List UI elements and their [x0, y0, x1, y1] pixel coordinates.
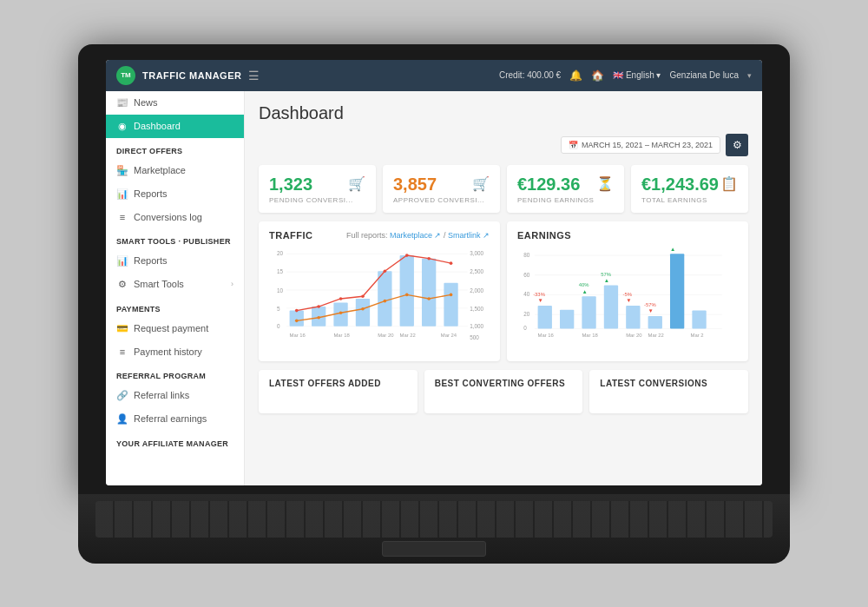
svg-rect-62	[692, 310, 706, 328]
section-title-referral: REFERRAL PROGRAM	[106, 363, 244, 384]
svg-point-34	[339, 311, 343, 314]
user-menu-chevron[interactable]: ▾	[747, 71, 752, 80]
sidebar-label-request-payment: Request payment	[134, 323, 208, 333]
svg-point-27	[361, 294, 365, 298]
svg-rect-22	[422, 258, 436, 326]
chevron-right-icon: ›	[231, 280, 233, 288]
hourglass-icon: ⏳	[596, 175, 614, 192]
traffic-chart-header: TRAFFIC Full reports: Marketplace ↗ / Sm…	[269, 230, 490, 241]
svg-text:▼: ▼	[538, 297, 543, 303]
sidebar-label-dashboard: Dashboard	[134, 121, 181, 131]
svg-text:0: 0	[277, 323, 280, 329]
section-title-affiliate-manager: YOUR AFFILIATE MANAGER	[106, 431, 244, 452]
stat-label-pending-earnings: PENDING EARNINGS	[517, 196, 614, 204]
sidebar-item-referral-links[interactable]: 🔗 Referral links	[106, 384, 244, 407]
stat-card-pending-conversions: 🛒 1,323 PENDING CONVERSI...	[259, 165, 376, 213]
svg-text:Mar 16: Mar 16	[538, 332, 555, 337]
sidebar-item-dashboard[interactable]: ◉ Dashboard	[106, 115, 244, 138]
svg-point-33	[317, 315, 320, 319]
svg-text:40%: 40%	[579, 282, 590, 287]
sidebar-label-reports-do: Reports	[134, 188, 168, 199]
sidebar-item-referral-earnings[interactable]: 👤 Referral earnings	[106, 407, 244, 431]
marketplace-link[interactable]: Marketplace ↗	[390, 231, 442, 240]
svg-rect-57	[582, 296, 595, 328]
svg-text:▼: ▼	[648, 307, 654, 313]
svg-rect-59	[626, 306, 640, 328]
sidebar-item-smart-tools[interactable]: ⚙ Smart Tools ›	[106, 273, 244, 296]
sidebar-item-marketplace[interactable]: 🏪 Marketplace	[106, 159, 244, 182]
charts-row: TRAFFIC Full reports: Marketplace ↗ / Sm…	[259, 221, 748, 362]
traffic-chart-title: TRAFFIC	[269, 230, 313, 241]
earnings-chart-title: EARNINGS	[517, 230, 571, 241]
language-selector[interactable]: 🇬🇧 English ▾	[613, 70, 661, 80]
svg-text:10: 10	[277, 287, 284, 293]
earnings-chart-card: EARNINGS 80 60 40 20 0	[507, 221, 748, 362]
trackpad	[382, 541, 486, 556]
sidebar-item-request-payment[interactable]: 💳 Request payment	[106, 317, 244, 340]
sidebar-item-conversions[interactable]: ≡ Conversions log	[106, 206, 244, 228]
svg-text:20: 20	[277, 250, 284, 256]
stat-card-pending-earnings: ⏳ €129.36 PENDING EARNINGS	[507, 165, 624, 213]
svg-text:80: 80	[523, 251, 530, 257]
earnings-chart-svg: 80 60 40 20 0	[517, 247, 738, 350]
smartlink-link[interactable]: Smartlink ↗	[448, 231, 490, 240]
traffic-chart-links: Full reports: Marketplace ↗ / Smartlink …	[346, 231, 490, 240]
svg-rect-61	[670, 254, 684, 328]
svg-rect-20	[378, 271, 391, 326]
svg-point-36	[384, 299, 387, 302]
svg-text:▼: ▼	[626, 297, 631, 303]
traffic-chart-card: TRAFFIC Full reports: Marketplace ↗ / Sm…	[259, 221, 500, 362]
svg-text:-5%: -5%	[623, 292, 633, 297]
svg-point-39	[450, 293, 453, 296]
svg-point-35	[361, 307, 365, 310]
clipboard-icon: 📋	[720, 175, 738, 192]
svg-rect-55	[538, 306, 552, 328]
svg-text:3,000: 3,000	[470, 250, 483, 256]
svg-text:-33%: -33%	[533, 292, 545, 297]
svg-text:500: 500	[470, 334, 479, 340]
latest-conversions-title: LATEST CONVERSIONS	[600, 379, 738, 388]
svg-text:15: 15	[277, 267, 284, 274]
svg-text:Mar 2: Mar 2	[691, 332, 704, 337]
svg-text:57%: 57%	[601, 271, 612, 276]
home-icon[interactable]: 🏠	[591, 69, 604, 82]
page-title: Dashboard	[259, 103, 748, 123]
svg-text:▲: ▲	[582, 287, 587, 294]
settings-button[interactable]: ⚙	[726, 134, 748, 156]
bell-icon[interactable]: 🔔	[569, 69, 582, 82]
svg-text:▲: ▲	[604, 276, 609, 282]
latest-offers-card: LATEST OFFERS ADDED	[259, 370, 418, 413]
best-converting-title: BEST CONVERTING OFFERS	[435, 379, 573, 388]
svg-point-32	[295, 319, 299, 322]
date-range-badge[interactable]: 📅 MARCH 15, 2021 – MARCH 23, 2021	[561, 136, 720, 154]
payment-history-icon: ≡	[116, 346, 128, 357]
svg-point-26	[339, 297, 343, 300]
referral-links-icon: 🔗	[116, 390, 128, 401]
svg-text:2,500: 2,500	[470, 267, 483, 274]
logo: TM	[116, 66, 135, 85]
svg-text:60: 60	[523, 271, 530, 277]
sidebar-label-conversions: Conversions log	[134, 212, 202, 222]
sidebar-item-payment-history[interactable]: ≡ Payment history	[106, 340, 244, 363]
best-converting-card: BEST CONVERTING OFFERS	[424, 370, 583, 413]
svg-text:0: 0	[523, 325, 527, 331]
svg-point-28	[384, 269, 387, 273]
svg-point-29	[405, 254, 409, 257]
hamburger-icon[interactable]: ☰	[248, 69, 260, 82]
stat-card-approved-conversions: 🛒 3,857 APPROVED CONVERSI...	[383, 165, 500, 213]
svg-text:Mar 22: Mar 22	[400, 332, 416, 337]
credit-display: Credit: 400.00 €	[499, 70, 561, 80]
smart-tools-icon: ⚙	[116, 279, 128, 290]
request-payment-icon: 💳	[116, 323, 128, 334]
sidebar-item-news[interactable]: 📰 News	[106, 91, 244, 115]
sidebar-item-reports-do[interactable]: 📊 Reports	[106, 182, 244, 206]
svg-text:20: 20	[523, 310, 530, 316]
cart-icon-1: 🛒	[348, 175, 365, 192]
stat-card-total-earnings: 📋 €1,243.69 TOTAL EARNINGS	[631, 165, 748, 213]
sidebar-item-reports-st[interactable]: 📊 Reports	[106, 249, 244, 273]
screen: TM TRAFFIC MANAGER ☰ Credit: 400.00 € 🔔 …	[106, 60, 762, 485]
svg-text:Mar 24: Mar 24	[441, 332, 457, 337]
keyboard-keys	[95, 501, 773, 538]
top-bar: TM TRAFFIC MANAGER ☰ Credit: 400.00 € 🔔 …	[106, 60, 762, 91]
reports-do-icon: 📊	[116, 188, 128, 200]
